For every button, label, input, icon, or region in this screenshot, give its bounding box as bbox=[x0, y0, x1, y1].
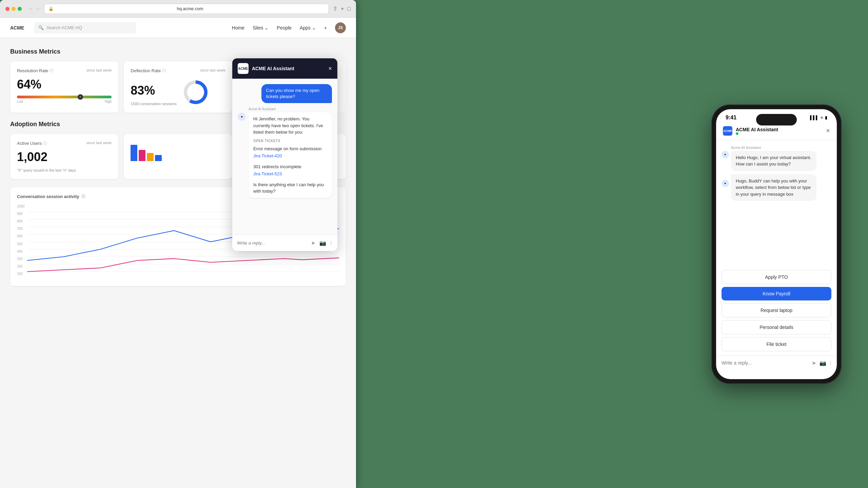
add-tab-icon[interactable]: + bbox=[341, 6, 344, 12]
browser-window: ← → 🔒 hq.acme.com ⇧ + □ ACME 🔍 Search AC… bbox=[0, 0, 356, 488]
phone-chat-messages: ✦ Acme AI Assistant Hello Hugo, I am you… bbox=[716, 140, 837, 270]
forward-button[interactable]: → bbox=[35, 6, 40, 12]
know-payroll-button[interactable]: Know Payroll bbox=[722, 287, 831, 300]
resolution-rate-card: Resolution Rate ⓘ since last week 64% Lo… bbox=[10, 61, 118, 113]
phone-grid-icon[interactable]: ⁝ bbox=[830, 360, 831, 366]
bar-3 bbox=[147, 153, 154, 161]
bot-message-content: Acme AI Assistant Hi Jennifier, no probl… bbox=[249, 107, 332, 198]
url-bar[interactable]: 🔒 hq.acme.com bbox=[44, 4, 329, 14]
file-ticket-button[interactable]: File ticket bbox=[722, 337, 831, 351]
info-icon: ⓘ bbox=[43, 141, 47, 146]
open-tickets-header: OPEN TICKETS bbox=[253, 138, 327, 143]
y-label-300: 300 bbox=[17, 257, 24, 261]
phone-app-name: ACME AI Assistant bbox=[736, 127, 823, 132]
phone-bot-msg-1-content: Acme AI Assistant Hello Hugo, I am your … bbox=[731, 145, 831, 171]
wifi-icon: ≈ bbox=[821, 115, 823, 120]
nav-sites[interactable]: Sites ⌄ bbox=[253, 25, 269, 31]
phone-wrapper: 9:41 ▌▌▌ ≈ ▮ ACME ACME AI Assistant bbox=[712, 105, 848, 383]
y-label-900: 900 bbox=[17, 212, 24, 216]
phone-image-icon[interactable]: 📷 bbox=[820, 360, 826, 366]
nav-links: Home Sites ⌄ People Apps ⌄ + JS bbox=[232, 22, 346, 33]
phone-bot-avatar-2: ✦ bbox=[722, 180, 729, 187]
grid-icon[interactable]: ⁝ bbox=[330, 239, 333, 247]
bar-4 bbox=[155, 155, 162, 161]
follow-up-text: Is there anything else I can help you wi… bbox=[253, 181, 327, 195]
y-label-200: 200 bbox=[17, 265, 24, 268]
bot-avatar-icon: ✦ bbox=[238, 113, 246, 121]
chat-close-button[interactable]: × bbox=[328, 65, 332, 72]
url-text: hq.acme.com bbox=[56, 6, 324, 11]
deflection-donut-chart bbox=[182, 79, 209, 106]
status-time: 9:41 bbox=[726, 115, 736, 121]
phone-buddy-message: Hugo, BuddY can help you with your workf… bbox=[731, 174, 816, 201]
send-icon[interactable]: ➤ bbox=[310, 239, 316, 247]
deflection-rate-label: Deflection Rate ⓘ bbox=[131, 68, 166, 73]
resolution-rate-bar: Low High bbox=[17, 96, 112, 103]
share-icon[interactable]: ⇧ bbox=[333, 5, 337, 12]
phone-app: ACME ACME AI Assistant × ✦ Acme AI bbox=[716, 123, 837, 373]
nav-people[interactable]: People bbox=[277, 25, 292, 31]
ticket-2-link[interactable]: Jira Ticket-523 bbox=[253, 171, 282, 176]
dynamic-island bbox=[756, 114, 797, 125]
online-indicator bbox=[736, 132, 738, 135]
phone-send-icon[interactable]: ➤ bbox=[812, 360, 816, 366]
ticket-2-desc: 301 redirects incomplete bbox=[253, 163, 327, 170]
status-icons: ▌▌▌ ≈ ▮ bbox=[810, 115, 827, 120]
deflection-rate-card: Deflection Rate ⓘ since last week 83% 15… bbox=[124, 61, 232, 113]
session-activity-title: Conversation session activity bbox=[17, 194, 79, 199]
low-label: Low bbox=[17, 100, 23, 103]
phone-action-buttons: Apply PTO Know Payroll Request laptop Pe… bbox=[716, 270, 837, 355]
ticket-1-link[interactable]: Jira Ticket-420 bbox=[253, 153, 282, 158]
personal-details-button[interactable]: Personal details bbox=[722, 320, 831, 334]
browser-chrome: ← → 🔒 hq.acme.com ⇧ + □ bbox=[0, 0, 356, 18]
y-label-700: 700 bbox=[17, 227, 24, 231]
user-message-wrapper: Can you show me my open tickets please? bbox=[238, 84, 332, 103]
phone-acme-logo: ACME bbox=[723, 126, 732, 136]
app-nav: ACME 🔍 Search ACME HQ Home Sites ⌄ Peopl… bbox=[0, 18, 356, 38]
info-icon: ⓘ bbox=[50, 68, 54, 73]
phone-chat-input[interactable] bbox=[722, 360, 808, 366]
request-laptop-button[interactable]: Request laptop bbox=[722, 303, 831, 317]
traffic-lights bbox=[5, 7, 22, 11]
y-label-400: 400 bbox=[17, 250, 24, 253]
bar-2 bbox=[139, 150, 145, 161]
close-window-button[interactable] bbox=[5, 7, 9, 11]
info-icon: ⓘ bbox=[162, 68, 166, 73]
tabs-icon[interactable]: □ bbox=[347, 6, 351, 12]
add-nav-icon[interactable]: + bbox=[324, 25, 327, 31]
phone-frame: 9:41 ▌▌▌ ≈ ▮ ACME ACME AI Assistant bbox=[712, 105, 841, 383]
chat-input-area-desktop: ➤ 📷 ⁝ bbox=[232, 235, 337, 251]
chat-modal-desktop: ACME ACME AI Assistant × Can you show me… bbox=[232, 58, 337, 251]
nav-apps[interactable]: Apps ⌄ bbox=[300, 25, 316, 31]
ticket-item-1: Error message on form submission Jira Ti… bbox=[253, 145, 327, 159]
apply-pto-button[interactable]: Apply PTO bbox=[722, 270, 831, 284]
phone-close-button[interactable]: × bbox=[826, 127, 830, 135]
active-users-header: Active Users ⓘ since last week bbox=[17, 141, 112, 146]
y-label-800: 800 bbox=[17, 219, 24, 223]
image-icon[interactable]: 📷 bbox=[319, 239, 327, 247]
phone-bot-message-2-wrapper: ✦ Hugo, BuddY can help you with your wor… bbox=[722, 174, 831, 201]
high-label: High bbox=[105, 100, 112, 103]
lock-icon: 🔒 bbox=[48, 6, 54, 11]
deflection-rate-header: Deflection Rate ⓘ since last week bbox=[131, 68, 225, 73]
ticket-1-desc: Error message on form submission bbox=[253, 145, 327, 152]
progress-indicator bbox=[78, 94, 83, 100]
chat-modal-title: ACME AI Assistant bbox=[252, 66, 325, 71]
resolution-rate-since: since last week bbox=[86, 68, 112, 72]
bar-chart-card bbox=[124, 134, 232, 179]
progress-labels: Low High bbox=[17, 100, 112, 103]
phone-header-info: ACME AI Assistant bbox=[736, 127, 823, 135]
y-axis-labels: 1000 900 800 700 600 500 400 300 200 100 bbox=[17, 204, 24, 279]
phone-app-header: ACME ACME AI Assistant × bbox=[716, 123, 837, 140]
back-button[interactable]: ← bbox=[28, 6, 33, 12]
maximize-window-button[interactable] bbox=[18, 7, 22, 11]
search-bar[interactable]: 🔍 Search ACME HQ bbox=[34, 22, 136, 34]
user-avatar[interactable]: JS bbox=[335, 22, 346, 33]
chat-input-desktop[interactable] bbox=[237, 240, 308, 246]
progress-bar-fill bbox=[17, 96, 112, 98]
active-users-card: Active Users ⓘ since last week 1,002 "X"… bbox=[10, 134, 118, 179]
bot-label: Acme AI Assistant bbox=[249, 107, 332, 111]
signal-icon: ▌▌▌ bbox=[810, 115, 819, 120]
nav-home[interactable]: Home bbox=[232, 25, 244, 31]
minimize-window-button[interactable] bbox=[12, 7, 16, 11]
